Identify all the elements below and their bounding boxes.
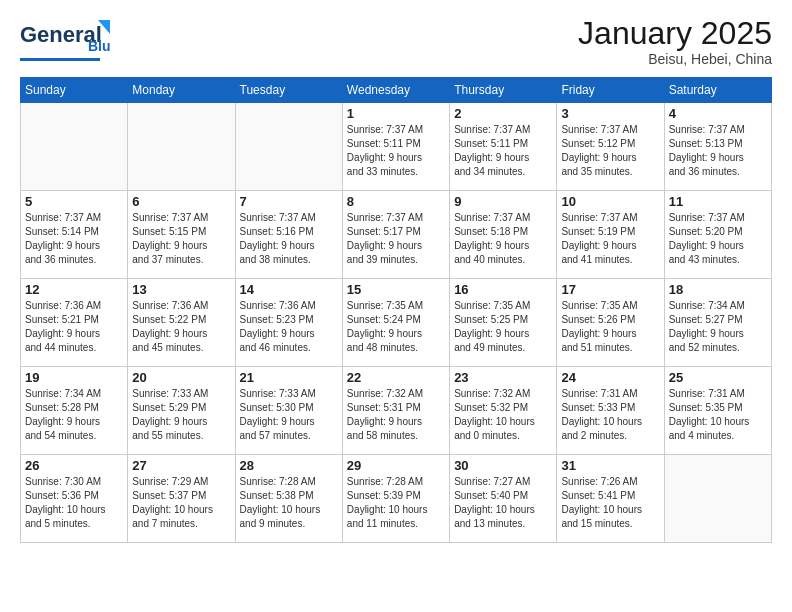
- week-row-4: 19Sunrise: 7:34 AM Sunset: 5:28 PM Dayli…: [21, 367, 772, 455]
- calendar-cell: 27Sunrise: 7:29 AM Sunset: 5:37 PM Dayli…: [128, 455, 235, 543]
- col-wednesday: Wednesday: [342, 78, 449, 103]
- col-saturday: Saturday: [664, 78, 771, 103]
- calendar-cell: [664, 455, 771, 543]
- col-tuesday: Tuesday: [235, 78, 342, 103]
- day-info: Sunrise: 7:34 AM Sunset: 5:27 PM Dayligh…: [669, 299, 767, 355]
- day-number: 25: [669, 370, 767, 385]
- day-info: Sunrise: 7:30 AM Sunset: 5:36 PM Dayligh…: [25, 475, 123, 531]
- day-info: Sunrise: 7:37 AM Sunset: 5:13 PM Dayligh…: [669, 123, 767, 179]
- day-info: Sunrise: 7:33 AM Sunset: 5:29 PM Dayligh…: [132, 387, 230, 443]
- day-info: Sunrise: 7:28 AM Sunset: 5:38 PM Dayligh…: [240, 475, 338, 531]
- calendar-cell: 26Sunrise: 7:30 AM Sunset: 5:36 PM Dayli…: [21, 455, 128, 543]
- day-info: Sunrise: 7:36 AM Sunset: 5:22 PM Dayligh…: [132, 299, 230, 355]
- calendar-cell: 9Sunrise: 7:37 AM Sunset: 5:18 PM Daylig…: [450, 191, 557, 279]
- day-number: 17: [561, 282, 659, 297]
- day-info: Sunrise: 7:31 AM Sunset: 5:33 PM Dayligh…: [561, 387, 659, 443]
- day-info: Sunrise: 7:37 AM Sunset: 5:17 PM Dayligh…: [347, 211, 445, 267]
- day-number: 13: [132, 282, 230, 297]
- day-info: Sunrise: 7:37 AM Sunset: 5:15 PM Dayligh…: [132, 211, 230, 267]
- calendar-cell: 13Sunrise: 7:36 AM Sunset: 5:22 PM Dayli…: [128, 279, 235, 367]
- day-info: Sunrise: 7:37 AM Sunset: 5:16 PM Dayligh…: [240, 211, 338, 267]
- calendar-cell: 21Sunrise: 7:33 AM Sunset: 5:30 PM Dayli…: [235, 367, 342, 455]
- day-number: 9: [454, 194, 552, 209]
- day-info: Sunrise: 7:37 AM Sunset: 5:19 PM Dayligh…: [561, 211, 659, 267]
- calendar-cell: 5Sunrise: 7:37 AM Sunset: 5:14 PM Daylig…: [21, 191, 128, 279]
- logo-text: General Blue: [20, 16, 110, 56]
- day-number: 6: [132, 194, 230, 209]
- col-monday: Monday: [128, 78, 235, 103]
- calendar-cell: 6Sunrise: 7:37 AM Sunset: 5:15 PM Daylig…: [128, 191, 235, 279]
- weekday-row: Sunday Monday Tuesday Wednesday Thursday…: [21, 78, 772, 103]
- col-friday: Friday: [557, 78, 664, 103]
- calendar-cell: 12Sunrise: 7:36 AM Sunset: 5:21 PM Dayli…: [21, 279, 128, 367]
- day-info: Sunrise: 7:31 AM Sunset: 5:35 PM Dayligh…: [669, 387, 767, 443]
- day-number: 4: [669, 106, 767, 121]
- calendar-cell: 17Sunrise: 7:35 AM Sunset: 5:26 PM Dayli…: [557, 279, 664, 367]
- day-number: 26: [25, 458, 123, 473]
- calendar-cell: 20Sunrise: 7:33 AM Sunset: 5:29 PM Dayli…: [128, 367, 235, 455]
- day-number: 5: [25, 194, 123, 209]
- subtitle: Beisu, Hebei, China: [578, 51, 772, 67]
- calendar-cell: [21, 103, 128, 191]
- day-info: Sunrise: 7:35 AM Sunset: 5:25 PM Dayligh…: [454, 299, 552, 355]
- day-number: 16: [454, 282, 552, 297]
- week-row-5: 26Sunrise: 7:30 AM Sunset: 5:36 PM Dayli…: [21, 455, 772, 543]
- svg-text:Blue: Blue: [88, 38, 110, 52]
- day-info: Sunrise: 7:35 AM Sunset: 5:24 PM Dayligh…: [347, 299, 445, 355]
- calendar-cell: 28Sunrise: 7:28 AM Sunset: 5:38 PM Dayli…: [235, 455, 342, 543]
- day-info: Sunrise: 7:32 AM Sunset: 5:31 PM Dayligh…: [347, 387, 445, 443]
- day-info: Sunrise: 7:27 AM Sunset: 5:40 PM Dayligh…: [454, 475, 552, 531]
- calendar-header: Sunday Monday Tuesday Wednesday Thursday…: [21, 78, 772, 103]
- day-info: Sunrise: 7:26 AM Sunset: 5:41 PM Dayligh…: [561, 475, 659, 531]
- week-row-3: 12Sunrise: 7:36 AM Sunset: 5:21 PM Dayli…: [21, 279, 772, 367]
- header: General Blue January 2025 Beisu, Hebei, …: [20, 16, 772, 67]
- calendar-cell: 14Sunrise: 7:36 AM Sunset: 5:23 PM Dayli…: [235, 279, 342, 367]
- calendar-cell: 29Sunrise: 7:28 AM Sunset: 5:39 PM Dayli…: [342, 455, 449, 543]
- logo-svg: General Blue: [20, 16, 110, 52]
- day-number: 24: [561, 370, 659, 385]
- calendar-cell: 15Sunrise: 7:35 AM Sunset: 5:24 PM Dayli…: [342, 279, 449, 367]
- day-number: 14: [240, 282, 338, 297]
- calendar-cell: 16Sunrise: 7:35 AM Sunset: 5:25 PM Dayli…: [450, 279, 557, 367]
- calendar-cell: [128, 103, 235, 191]
- day-number: 23: [454, 370, 552, 385]
- day-number: 7: [240, 194, 338, 209]
- calendar-cell: 25Sunrise: 7:31 AM Sunset: 5:35 PM Dayli…: [664, 367, 771, 455]
- day-info: Sunrise: 7:37 AM Sunset: 5:14 PM Dayligh…: [25, 211, 123, 267]
- calendar-cell: 1Sunrise: 7:37 AM Sunset: 5:11 PM Daylig…: [342, 103, 449, 191]
- month-title: January 2025: [578, 16, 772, 51]
- day-number: 8: [347, 194, 445, 209]
- calendar-cell: 18Sunrise: 7:34 AM Sunset: 5:27 PM Dayli…: [664, 279, 771, 367]
- week-row-2: 5Sunrise: 7:37 AM Sunset: 5:14 PM Daylig…: [21, 191, 772, 279]
- day-info: Sunrise: 7:37 AM Sunset: 5:12 PM Dayligh…: [561, 123, 659, 179]
- day-number: 15: [347, 282, 445, 297]
- day-number: 27: [132, 458, 230, 473]
- day-info: Sunrise: 7:37 AM Sunset: 5:11 PM Dayligh…: [347, 123, 445, 179]
- day-number: 22: [347, 370, 445, 385]
- logo: General Blue: [20, 16, 110, 61]
- calendar-cell: 8Sunrise: 7:37 AM Sunset: 5:17 PM Daylig…: [342, 191, 449, 279]
- day-number: 12: [25, 282, 123, 297]
- day-number: 2: [454, 106, 552, 121]
- day-number: 18: [669, 282, 767, 297]
- logo-general: General Blue: [20, 16, 110, 56]
- day-info: Sunrise: 7:37 AM Sunset: 5:11 PM Dayligh…: [454, 123, 552, 179]
- page: General Blue January 2025 Beisu, Hebei, …: [0, 0, 792, 612]
- calendar-table: Sunday Monday Tuesday Wednesday Thursday…: [20, 77, 772, 543]
- calendar-cell: 31Sunrise: 7:26 AM Sunset: 5:41 PM Dayli…: [557, 455, 664, 543]
- logo-underline: [20, 58, 100, 61]
- day-number: 28: [240, 458, 338, 473]
- day-number: 30: [454, 458, 552, 473]
- calendar-cell: 24Sunrise: 7:31 AM Sunset: 5:33 PM Dayli…: [557, 367, 664, 455]
- day-number: 31: [561, 458, 659, 473]
- day-info: Sunrise: 7:28 AM Sunset: 5:39 PM Dayligh…: [347, 475, 445, 531]
- calendar-cell: 11Sunrise: 7:37 AM Sunset: 5:20 PM Dayli…: [664, 191, 771, 279]
- day-info: Sunrise: 7:37 AM Sunset: 5:20 PM Dayligh…: [669, 211, 767, 267]
- day-info: Sunrise: 7:34 AM Sunset: 5:28 PM Dayligh…: [25, 387, 123, 443]
- day-info: Sunrise: 7:35 AM Sunset: 5:26 PM Dayligh…: [561, 299, 659, 355]
- day-info: Sunrise: 7:36 AM Sunset: 5:21 PM Dayligh…: [25, 299, 123, 355]
- week-row-1: 1Sunrise: 7:37 AM Sunset: 5:11 PM Daylig…: [21, 103, 772, 191]
- col-sunday: Sunday: [21, 78, 128, 103]
- calendar-cell: [235, 103, 342, 191]
- day-number: 19: [25, 370, 123, 385]
